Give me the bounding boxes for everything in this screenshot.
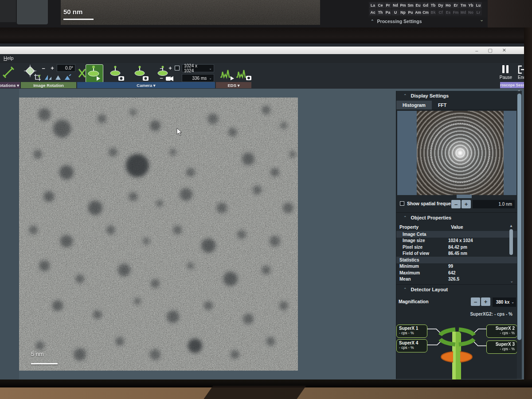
- element-Nd[interactable]: Nd: [392, 2, 399, 8]
- element-Eu[interactable]: Eu: [415, 2, 422, 8]
- rotate-flip-icon[interactable]: [64, 74, 72, 81]
- minimize-button[interactable]: –: [475, 48, 478, 53]
- property-row[interactable]: Minimum99: [396, 263, 517, 270]
- spatial-minus-button[interactable]: –: [451, 200, 461, 208]
- camera-snapshot2-icon[interactable]: [133, 66, 150, 82]
- eds-section-label[interactable]: EDS ▾: [216, 82, 251, 88]
- flip-vertical-icon[interactable]: [54, 74, 62, 81]
- detector-superx2[interactable]: SuperX 2 - cps - %: [486, 325, 517, 338]
- camera-exposure-dropdown[interactable]: 336 ms⌄: [182, 74, 214, 82]
- rotation-angle-field[interactable]: 0.0°: [57, 64, 75, 72]
- element-Pu[interactable]: Pu: [407, 9, 414, 16]
- camera-section-label[interactable]: Camera ▾: [77, 82, 215, 88]
- microscope-session-tab[interactable]: Microscope Session: [500, 82, 524, 88]
- element-Pr[interactable]: Pr: [384, 2, 391, 8]
- element-Yb[interactable]: Yb: [467, 2, 474, 8]
- magnification-dropdown[interactable]: 380 kx⌄: [493, 297, 516, 307]
- element-Bk[interactable]: Bk: [430, 9, 437, 16]
- element-Pm[interactable]: Pm: [399, 2, 407, 8]
- camera-snapshot-icon[interactable]: [109, 66, 125, 82]
- detector-superx3[interactable]: SuperX 3 - cps - %: [486, 340, 517, 354]
- element-Ac[interactable]: Ac: [369, 9, 376, 16]
- scroll-up-icon[interactable]: ▲: [509, 224, 513, 228]
- maximize-button[interactable]: ▢: [488, 47, 492, 53]
- spatial-frequency-value[interactable]: 1.0 nm: [473, 200, 515, 208]
- camera-live-button-selected[interactable]: [86, 64, 103, 83]
- annotations-section-label[interactable]: Annotations ▾: [0, 82, 20, 88]
- camera-res-plus-button[interactable]: +: [167, 65, 174, 71]
- scroll-thumb[interactable]: [509, 229, 513, 255]
- tab-histogram[interactable]: Histogram: [396, 101, 432, 110]
- element-Dy[interactable]: Dy: [437, 2, 444, 8]
- measure-line-icon[interactable]: [3, 66, 14, 78]
- property-row[interactable]: Image size1024 x 1024: [396, 238, 517, 244]
- rotation-minus-button[interactable]: –: [40, 65, 47, 71]
- spectrum-live-icon[interactable]: [220, 66, 235, 81]
- monitor-photo: 50 nm ⌄ LaCePrNdPmSmEuGdTbDyHoErTmYbLu A…: [0, 0, 532, 399]
- element-Th[interactable]: Th: [377, 9, 384, 16]
- panel-resize-handle[interactable]: [457, 195, 472, 198]
- property-row[interactable]: Pixel size84.42 pm: [396, 244, 517, 250]
- magnification-plus-button[interactable]: +: [481, 297, 490, 306]
- flip-horizontal-icon[interactable]: [44, 74, 52, 81]
- camera-disabled-icon[interactable]: [78, 68, 86, 78]
- image-rotation-section-label[interactable]: Image Rotation: [21, 82, 76, 88]
- spectrum-snapshot-icon[interactable]: [236, 66, 252, 81]
- pause-button-label[interactable]: Pause: [499, 75, 512, 80]
- tab-fft[interactable]: FFT: [432, 101, 453, 110]
- camera-res-minus-button[interactable]: –: [158, 65, 165, 71]
- element-Cf[interactable]: Cf: [437, 9, 444, 16]
- help-menu[interactable]: Help: [4, 55, 14, 61]
- crop-icon[interactable]: [34, 74, 42, 82]
- camera-res-checkbox[interactable]: [175, 66, 180, 70]
- element-Pa[interactable]: Pa: [384, 9, 391, 16]
- table-scrollbar[interactable]: ▲: [509, 224, 513, 282]
- element-No[interactable]: No: [467, 9, 474, 16]
- spatial-plus-button[interactable]: +: [462, 200, 471, 208]
- camera-exp-minus-button[interactable]: –: [158, 75, 165, 81]
- element-Er[interactable]: Er: [452, 2, 459, 8]
- display-settings-header[interactable]: ⌃ Display Settings: [396, 91, 517, 100]
- property-row[interactable]: Image Ceta: [396, 231, 517, 238]
- camera-resolution-dropdown[interactable]: 1024 x 1024⌄: [182, 64, 214, 72]
- detector-superx4[interactable]: SuperX 4 - cps - %: [396, 339, 427, 352]
- element-Tb[interactable]: Tb: [430, 2, 437, 8]
- processing-settings-header[interactable]: ⌃ Processing Settings: [371, 19, 487, 24]
- property-row[interactable]: Field of view86.45 nm: [396, 250, 517, 257]
- detector-superx1[interactable]: SuperX 1 - cps - %: [396, 325, 427, 338]
- element-Sm[interactable]: Sm: [407, 2, 414, 8]
- element-Am[interactable]: Am: [415, 9, 422, 16]
- element-Gd[interactable]: Gd: [422, 2, 429, 8]
- element-La[interactable]: La: [369, 2, 376, 8]
- element-Es[interactable]: Es: [445, 9, 452, 16]
- element-Cm[interactable]: Cm: [422, 9, 429, 16]
- element-Lr[interactable]: Lr: [475, 9, 482, 16]
- element-Np[interactable]: Np: [399, 9, 407, 16]
- element-Ce[interactable]: Ce: [377, 2, 384, 8]
- detector-diagram: SuperX 1 - cps - % SuperX 2 - cps - % Su…: [396, 319, 517, 383]
- rotation-plus-button[interactable]: +: [49, 65, 56, 71]
- object-properties-header[interactable]: ⌃ Object Properties: [396, 213, 517, 222]
- detector-layout-header[interactable]: ⌃ Detector Layout: [396, 285, 517, 294]
- tem-image-viewer[interactable]: 5 nm: [19, 98, 298, 371]
- panel-scrollbar[interactable]: ⌃: [517, 91, 522, 379]
- element-Md[interactable]: Md: [460, 9, 467, 16]
- element-Lu[interactable]: Lu: [475, 2, 482, 8]
- chevron-down-icon[interactable]: ⌄: [480, 17, 484, 23]
- scroll-down-icon[interactable]: ⌄: [510, 279, 513, 283]
- element-Fm[interactable]: Fm: [452, 9, 459, 16]
- close-button[interactable]: ✕: [502, 47, 506, 53]
- element-Ho[interactable]: Ho: [445, 2, 452, 8]
- upper-tem-image: 50 nm: [61, 0, 320, 25]
- property-row[interactable]: Maximum642: [396, 270, 517, 276]
- property-row[interactable]: Mean326.5: [396, 276, 517, 283]
- pause-icon[interactable]: [502, 65, 509, 73]
- camera-exp-plus-button[interactable]: +: [167, 75, 174, 81]
- scroll-thumb[interactable]: [517, 94, 521, 340]
- element-U[interactable]: U: [392, 9, 399, 16]
- show-spatial-frequency-checkbox[interactable]: [400, 201, 404, 206]
- magnification-minus-button[interactable]: –: [471, 297, 480, 306]
- property-row[interactable]: Statistics: [396, 257, 517, 263]
- element-Tm[interactable]: Tm: [460, 2, 467, 8]
- fft-viewer[interactable]: [397, 111, 516, 195]
